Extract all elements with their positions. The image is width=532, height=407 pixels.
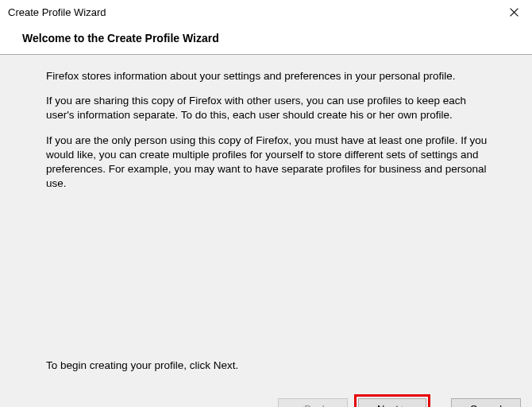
paragraph-sharing: If you are sharing this copy of Firefox … [46,94,494,122]
next-button[interactable]: Next > [358,398,426,407]
close-icon [510,8,519,17]
wizard-header: Welcome to the Create Profile Wizard [0,24,532,55]
next-rest: ext > [384,403,407,408]
begin-instruction: To begin creating your profile, click Ne… [46,359,238,371]
back-prefix: < [299,403,305,408]
back-mnemonic: B [304,403,311,408]
next-button-highlight: Next > [354,394,430,407]
button-bar: < Back Next > Cancel [0,389,532,407]
close-button[interactable] [495,0,532,24]
back-button: < Back [278,398,348,407]
paragraph-single-user: If you are the only person using this co… [46,134,494,192]
content-area: Firefox stores information about your se… [0,55,532,389]
next-mnemonic: N [377,403,384,408]
cancel-wrap: Cancel [451,398,521,407]
cancel-button[interactable]: Cancel [451,398,521,407]
window-title: Create Profile Wizard [8,6,106,18]
titlebar: Create Profile Wizard [0,0,532,24]
back-rest: ack [311,403,327,408]
paragraph-intro: Firefox stores information about your se… [46,69,494,83]
